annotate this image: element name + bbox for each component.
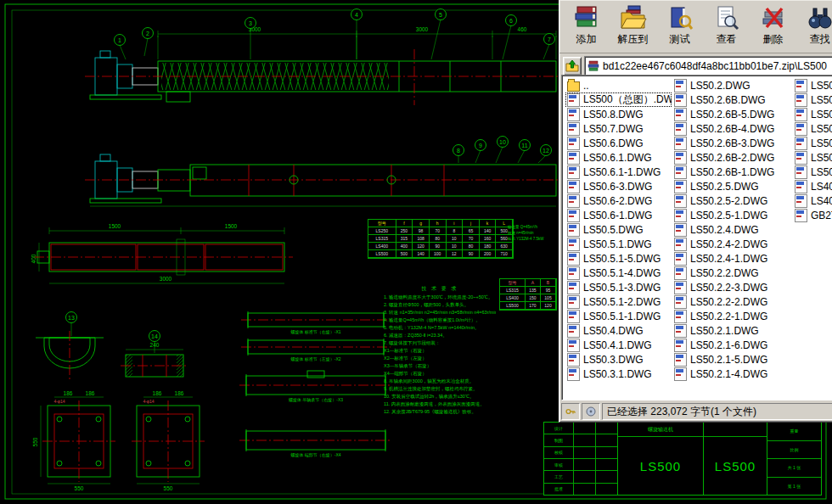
file-item[interactable]: LS50.2.1-5.DWG bbox=[672, 352, 792, 367]
file-icon bbox=[567, 281, 580, 294]
file-item[interactable]: LS50.6-1.DWG bbox=[565, 208, 672, 222]
file-item[interactable]: LS50.2.2.DWG bbox=[672, 266, 792, 280]
file-item[interactable]: .. bbox=[565, 78, 672, 92]
view-button[interactable]: 查看 bbox=[703, 2, 750, 50]
file-item[interactable]: LS50.7.DWG bbox=[565, 121, 672, 136]
file-item[interactable]: LS50.2.1-4.DWG bbox=[672, 367, 792, 381]
file-item[interactable]: LS500（总图）.DWG bbox=[565, 92, 672, 107]
file-icon bbox=[567, 81, 580, 92]
conveyor-top-view: 3000 3000 460 1 2 3 4 5 6 7 bbox=[85, 9, 560, 106]
file-item[interactable]: LS50.2. bbox=[793, 78, 832, 92]
file-item[interactable]: LS50.3.1.DWG bbox=[565, 367, 672, 381]
find-button[interactable]: 查找 bbox=[796, 2, 832, 50]
file-item[interactable]: LS50.2.4.DWG bbox=[672, 222, 792, 237]
add-button[interactable]: 添加 bbox=[563, 2, 610, 50]
note-line: 10. 安装后空载试运转2h，轴承温升≤30℃。 bbox=[384, 393, 496, 400]
file-item[interactable]: LS50.1. bbox=[793, 121, 832, 136]
file-item[interactable]: LS50.6.1-1.DWG bbox=[565, 165, 672, 179]
file-item[interactable]: LS50.3.DWG bbox=[565, 352, 672, 367]
file-item[interactable]: LS50.2.6B-2.DWG bbox=[672, 150, 792, 165]
file-item[interactable]: LS50.2.DWG bbox=[672, 78, 792, 92]
table-cell: 98 bbox=[413, 227, 430, 235]
file-item[interactable]: LS50.5.DWG bbox=[565, 222, 672, 237]
file-item[interactable]: LS50.5.1-5.DWG bbox=[565, 251, 672, 266]
delete-button[interactable]: 删除 bbox=[750, 2, 796, 50]
file-icon bbox=[674, 151, 687, 165]
file-item[interactable]: LS50.2.1.DWG bbox=[672, 323, 792, 338]
file-item[interactable]: LS50.2.6B-5.DWG bbox=[672, 107, 792, 121]
note-line: 2. 螺旋直径Φ500，螺距500，头数单头。 bbox=[384, 301, 496, 309]
file-item[interactable]: LS50.2.4-2.DWG bbox=[672, 237, 792, 251]
file-item[interactable]: LS50.6-3.DWG bbox=[565, 179, 672, 193]
balloon-10: 10 bbox=[499, 139, 506, 145]
file-item[interactable]: LS50.1. bbox=[793, 107, 832, 121]
file-name: LS50.2. bbox=[811, 80, 832, 92]
table-cell: 70 bbox=[463, 235, 480, 243]
file-item[interactable]: LS50.5.1-2.DWG bbox=[565, 294, 672, 309]
plate-s-4: 186 bbox=[175, 390, 184, 396]
spec-line: 输送量 Q=45m³/h bbox=[508, 224, 559, 230]
file-item[interactable]: LS50.2.2-1.DWG bbox=[672, 309, 792, 323]
file-item[interactable]: LS50.2.2-2.DWG bbox=[672, 294, 792, 309]
file-item[interactable]: LS50.6-2.DWG bbox=[565, 193, 672, 208]
file-item[interactable]: LS50.2.6B-3.DWG bbox=[672, 136, 792, 150]
file-item[interactable]: LS50.1. bbox=[793, 136, 832, 150]
file-icon bbox=[567, 165, 580, 179]
file-item[interactable]: LS50.5.1.DWG bbox=[565, 237, 672, 251]
file-icon bbox=[567, 223, 580, 237]
file-item[interactable]: LS50.8.DWG bbox=[565, 107, 672, 121]
file-item[interactable]: LS50.2.4-1.DWG bbox=[672, 251, 792, 266]
drawing-code: LS500 bbox=[704, 437, 767, 495]
file-name: .. bbox=[583, 80, 589, 92]
mount-dimension-table: 型号ABLS31513595LS400150105LS500170120 bbox=[499, 278, 557, 311]
file-item[interactable]: LS50.2.1-6.DWG bbox=[672, 338, 792, 352]
balloon-8: 8 bbox=[457, 148, 460, 154]
address-field[interactable]: bd1c22ee467c6048df4a8bc11bb01be7.zip\LS5… bbox=[584, 56, 832, 76]
dim-trough-2: 1500 bbox=[225, 223, 238, 229]
file-icon bbox=[674, 339, 687, 352]
dim-top-3: 460 bbox=[518, 26, 527, 32]
file-icon bbox=[674, 79, 687, 92]
file-item[interactable]: LS50.1. bbox=[793, 165, 832, 179]
file-name: LS50.2.DWG bbox=[690, 80, 750, 92]
file-item[interactable]: LS50.6.1.DWG bbox=[565, 150, 672, 165]
file-item[interactable]: LS50.2.6B-1.DWG bbox=[672, 165, 792, 179]
file-icon bbox=[674, 194, 687, 208]
file-item[interactable]: LS50.6.DWG bbox=[565, 136, 672, 150]
file-name: LS50.2.2-3.DWG bbox=[690, 282, 767, 294]
file-item[interactable]: LS50.2.5-1.DWG bbox=[672, 208, 792, 222]
desktop: 3000 3000 460 1 2 3 4 5 6 7 bbox=[0, 0, 832, 504]
find-icon bbox=[807, 4, 832, 31]
file-item[interactable]: LS50.4.1.DWG bbox=[565, 338, 672, 352]
table-cell: LS315 bbox=[500, 287, 526, 294]
file-name: LS50.7.DWG bbox=[583, 123, 644, 135]
test-button[interactable]: 测试 bbox=[656, 2, 703, 50]
file-icon bbox=[795, 108, 807, 121]
file-item[interactable]: LS50.2. bbox=[793, 92, 832, 107]
file-item[interactable]: LS50.5.1-4.DWG bbox=[565, 266, 672, 280]
file-item[interactable]: LS50.2.5.DWG bbox=[672, 179, 792, 193]
file-item[interactable]: LS50.2.2-3.DWG bbox=[672, 280, 792, 294]
file-item[interactable]: LS50.5.1-1.DWG bbox=[565, 309, 672, 323]
table-cell: 250 bbox=[396, 227, 413, 235]
file-name: LS50.1. bbox=[811, 109, 832, 120]
dim-top-2: 3000 bbox=[416, 26, 429, 32]
file-item[interactable]: LS50.4.DWG bbox=[565, 323, 672, 338]
file-item[interactable]: GB2T-88 bbox=[793, 208, 832, 222]
file-item[interactable]: LS40.2. bbox=[793, 179, 832, 193]
up-one-level-button[interactable] bbox=[563, 57, 582, 76]
file-item[interactable]: LS50.1. bbox=[793, 150, 832, 165]
file-item[interactable]: LS40.2. bbox=[793, 193, 832, 208]
file-list[interactable]: .. LS500（总图）.DWG LS50.8.DWG LS50.7.DWG L… bbox=[561, 75, 832, 400]
file-item[interactable]: LS50.5.1-3.DWG bbox=[565, 280, 672, 294]
plate-s-3: 186 bbox=[153, 390, 162, 396]
extract-button[interactable]: 解压到 bbox=[610, 2, 656, 50]
balloon-12: 12 bbox=[542, 148, 549, 154]
file-name: LS50.2.4.DWG bbox=[690, 224, 759, 236]
balloon-3: 3 bbox=[249, 20, 252, 26]
file-item[interactable]: LS50.2.6B.DWG bbox=[672, 92, 792, 107]
note-line: X4—端部节（右旋） bbox=[384, 370, 496, 378]
file-item[interactable]: LS50.2.5-2.DWG bbox=[672, 193, 792, 208]
file-item[interactable]: LS50.2.6B-4.DWG bbox=[672, 121, 792, 136]
extract-icon bbox=[620, 4, 647, 31]
